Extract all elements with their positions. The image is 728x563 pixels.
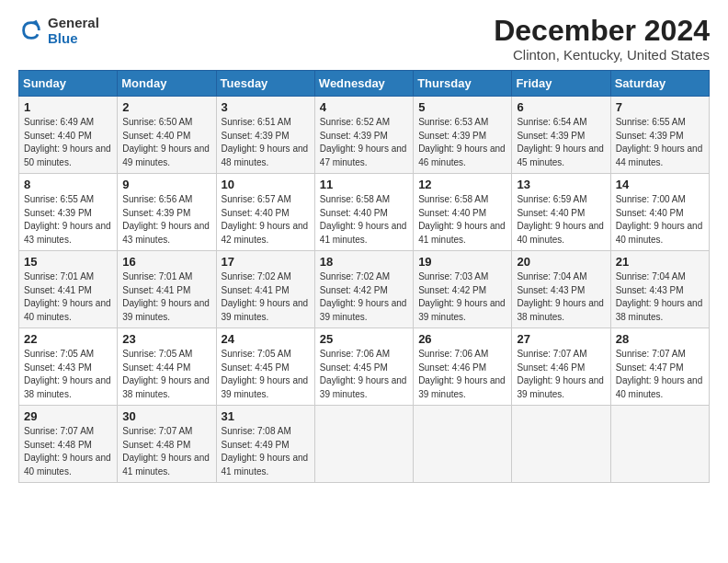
- day-number: 3: [222, 100, 310, 114]
- cell-content: Sunrise: 7:02 AM Sunset: 4:41 PM Dayligh…: [222, 270, 310, 324]
- day-number: 30: [122, 409, 210, 423]
- calendar-week-1: 1 Sunrise: 6:49 AM Sunset: 4:40 PM Dayli…: [19, 97, 710, 174]
- page: General Blue December 2024 Clinton, Kent…: [0, 0, 728, 563]
- logo-icon: [18, 17, 44, 43]
- calendar-cell: [610, 406, 709, 483]
- day-number: 22: [24, 332, 112, 346]
- logo: General Blue: [18, 15, 99, 46]
- cell-content: Sunrise: 7:07 AM Sunset: 4:46 PM Dayligh…: [517, 348, 605, 401]
- calendar-cell: 5 Sunrise: 6:53 AM Sunset: 4:39 PM Dayli…: [414, 97, 512, 174]
- day-number: 29: [24, 409, 112, 423]
- cell-content: Sunrise: 7:05 AM Sunset: 4:43 PM Dayligh…: [24, 348, 112, 401]
- calendar-cell: 20 Sunrise: 7:04 AM Sunset: 4:43 PM Dayl…: [512, 251, 610, 328]
- calendar-cell: 9 Sunrise: 6:56 AM Sunset: 4:39 PM Dayli…: [118, 174, 216, 251]
- calendar-cell: 16 Sunrise: 7:01 AM Sunset: 4:41 PM Dayl…: [118, 251, 216, 328]
- day-number: 5: [418, 100, 506, 114]
- calendar-cell: 4 Sunrise: 6:52 AM Sunset: 4:39 PM Dayli…: [314, 97, 413, 174]
- day-number: 28: [616, 332, 704, 346]
- day-number: 27: [517, 332, 605, 346]
- day-number: 21: [616, 255, 704, 269]
- cell-content: Sunrise: 6:59 AM Sunset: 4:40 PM Dayligh…: [517, 193, 605, 247]
- header-monday: Monday: [118, 71, 216, 97]
- calendar-cell: 28 Sunrise: 7:07 AM Sunset: 4:47 PM Dayl…: [610, 328, 709, 406]
- cell-content: Sunrise: 7:01 AM Sunset: 4:41 PM Dayligh…: [24, 270, 112, 324]
- day-number: 9: [122, 178, 210, 191]
- calendar-cell: 14 Sunrise: 7:00 AM Sunset: 4:40 PM Dayl…: [610, 174, 709, 251]
- cell-content: Sunrise: 7:05 AM Sunset: 4:44 PM Dayligh…: [122, 348, 210, 401]
- day-number: 24: [222, 332, 310, 346]
- cell-content: Sunrise: 7:04 AM Sunset: 4:43 PM Dayligh…: [517, 270, 605, 324]
- cell-content: Sunrise: 7:07 AM Sunset: 4:48 PM Dayligh…: [24, 425, 112, 478]
- calendar-cell: 26 Sunrise: 7:06 AM Sunset: 4:46 PM Dayl…: [414, 328, 512, 406]
- cell-content: Sunrise: 6:49 AM Sunset: 4:40 PM Dayligh…: [24, 116, 112, 169]
- day-number: 31: [222, 409, 310, 423]
- header: General Blue December 2024 Clinton, Kent…: [18, 15, 710, 63]
- cell-content: Sunrise: 7:05 AM Sunset: 4:45 PM Dayligh…: [222, 348, 310, 401]
- calendar-cell: 10 Sunrise: 6:57 AM Sunset: 4:40 PM Dayl…: [216, 174, 314, 251]
- day-number: 26: [418, 332, 506, 346]
- cell-content: Sunrise: 7:08 AM Sunset: 4:49 PM Dayligh…: [222, 425, 310, 478]
- logo-text: General Blue: [48, 15, 99, 46]
- calendar-cell: 18 Sunrise: 7:02 AM Sunset: 4:42 PM Dayl…: [314, 251, 413, 328]
- calendar-table: Sunday Monday Tuesday Wednesday Thursday…: [18, 70, 710, 483]
- cell-content: Sunrise: 7:04 AM Sunset: 4:43 PM Dayligh…: [616, 270, 704, 324]
- calendar-week-5: 29 Sunrise: 7:07 AM Sunset: 4:48 PM Dayl…: [19, 406, 710, 483]
- cell-content: Sunrise: 6:50 AM Sunset: 4:40 PM Dayligh…: [122, 116, 210, 169]
- title-block: December 2024 Clinton, Kentucky, United …: [494, 15, 710, 63]
- cell-content: Sunrise: 7:02 AM Sunset: 4:42 PM Dayligh…: [320, 270, 408, 324]
- calendar-cell: 13 Sunrise: 6:59 AM Sunset: 4:40 PM Dayl…: [512, 174, 610, 251]
- header-thursday: Thursday: [414, 71, 512, 97]
- day-number: 18: [320, 255, 408, 269]
- cell-content: Sunrise: 6:58 AM Sunset: 4:40 PM Dayligh…: [418, 193, 506, 247]
- calendar-cell: 24 Sunrise: 7:05 AM Sunset: 4:45 PM Dayl…: [216, 328, 314, 406]
- calendar-week-3: 15 Sunrise: 7:01 AM Sunset: 4:41 PM Dayl…: [19, 251, 710, 328]
- calendar-cell: 3 Sunrise: 6:51 AM Sunset: 4:39 PM Dayli…: [216, 97, 314, 174]
- calendar-cell: 12 Sunrise: 6:58 AM Sunset: 4:40 PM Dayl…: [414, 174, 512, 251]
- calendar-cell: 31 Sunrise: 7:08 AM Sunset: 4:49 PM Dayl…: [216, 406, 314, 483]
- calendar-cell: 11 Sunrise: 6:58 AM Sunset: 4:40 PM Dayl…: [314, 174, 413, 251]
- calendar-cell: 21 Sunrise: 7:04 AM Sunset: 4:43 PM Dayl…: [610, 251, 709, 328]
- day-number: 17: [222, 255, 310, 269]
- calendar-week-2: 8 Sunrise: 6:55 AM Sunset: 4:39 PM Dayli…: [19, 174, 710, 251]
- calendar-cell: 29 Sunrise: 7:07 AM Sunset: 4:48 PM Dayl…: [19, 406, 118, 483]
- calendar-cell: 6 Sunrise: 6:54 AM Sunset: 4:39 PM Dayli…: [512, 97, 610, 174]
- header-saturday: Saturday: [610, 71, 709, 97]
- header-row: Sunday Monday Tuesday Wednesday Thursday…: [19, 71, 710, 97]
- day-number: 2: [122, 100, 210, 114]
- calendar-cell: 27 Sunrise: 7:07 AM Sunset: 4:46 PM Dayl…: [512, 328, 610, 406]
- calendar-cell: 23 Sunrise: 7:05 AM Sunset: 4:44 PM Dayl…: [118, 328, 216, 406]
- cell-content: Sunrise: 6:55 AM Sunset: 4:39 PM Dayligh…: [24, 193, 112, 247]
- calendar-cell: [314, 406, 413, 483]
- cell-content: Sunrise: 7:06 AM Sunset: 4:46 PM Dayligh…: [418, 348, 506, 401]
- cell-content: Sunrise: 6:58 AM Sunset: 4:40 PM Dayligh…: [320, 193, 408, 247]
- day-number: 11: [320, 178, 408, 191]
- header-wednesday: Wednesday: [314, 71, 413, 97]
- month-title: December 2024: [494, 15, 710, 47]
- cell-content: Sunrise: 7:00 AM Sunset: 4:40 PM Dayligh…: [616, 193, 704, 247]
- calendar-week-4: 22 Sunrise: 7:05 AM Sunset: 4:43 PM Dayl…: [19, 328, 710, 406]
- day-number: 23: [122, 332, 210, 346]
- day-number: 8: [24, 178, 112, 191]
- calendar-cell: 17 Sunrise: 7:02 AM Sunset: 4:41 PM Dayl…: [216, 251, 314, 328]
- cell-content: Sunrise: 7:06 AM Sunset: 4:45 PM Dayligh…: [320, 348, 408, 401]
- cell-content: Sunrise: 6:56 AM Sunset: 4:39 PM Dayligh…: [122, 193, 210, 247]
- cell-content: Sunrise: 7:07 AM Sunset: 4:48 PM Dayligh…: [122, 425, 210, 478]
- calendar-cell: [512, 406, 610, 483]
- day-number: 1: [24, 100, 112, 114]
- calendar-cell: 15 Sunrise: 7:01 AM Sunset: 4:41 PM Dayl…: [19, 251, 118, 328]
- day-number: 7: [616, 100, 704, 114]
- calendar-cell: 22 Sunrise: 7:05 AM Sunset: 4:43 PM Dayl…: [19, 328, 118, 406]
- location-title: Clinton, Kentucky, United States: [494, 47, 710, 63]
- day-number: 16: [122, 255, 210, 269]
- day-number: 14: [616, 178, 704, 191]
- cell-content: Sunrise: 6:52 AM Sunset: 4:39 PM Dayligh…: [320, 116, 408, 169]
- day-number: 20: [517, 255, 605, 269]
- day-number: 6: [517, 100, 605, 114]
- cell-content: Sunrise: 6:55 AM Sunset: 4:39 PM Dayligh…: [616, 116, 704, 169]
- cell-content: Sunrise: 7:01 AM Sunset: 4:41 PM Dayligh…: [122, 270, 210, 324]
- cell-content: Sunrise: 6:53 AM Sunset: 4:39 PM Dayligh…: [418, 116, 506, 169]
- cell-content: Sunrise: 6:57 AM Sunset: 4:40 PM Dayligh…: [222, 193, 310, 247]
- cell-content: Sunrise: 7:07 AM Sunset: 4:47 PM Dayligh…: [616, 348, 704, 401]
- calendar-cell: 1 Sunrise: 6:49 AM Sunset: 4:40 PM Dayli…: [19, 97, 118, 174]
- day-number: 12: [418, 178, 506, 191]
